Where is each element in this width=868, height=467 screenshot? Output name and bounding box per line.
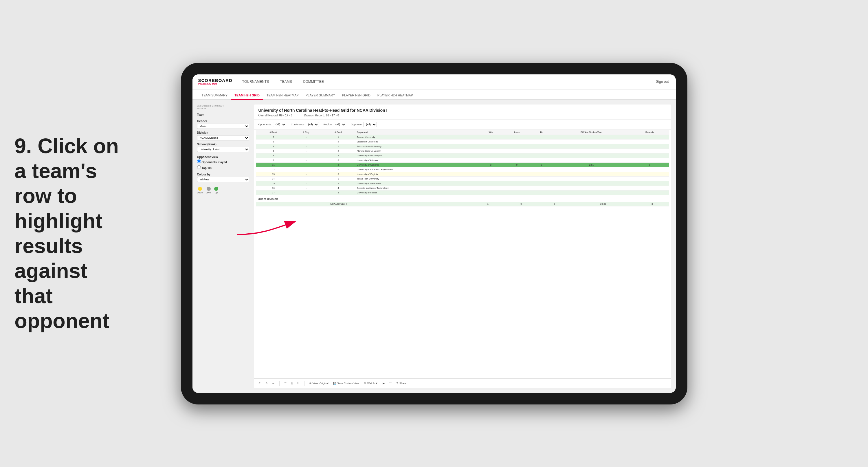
bottom-toolbar: ↶ ↷ ↩ ☰ ⎘ ↻ 👁 View: Original 💾 Save Cust… bbox=[254, 378, 671, 388]
filter-btn[interactable]: ☰ bbox=[283, 381, 288, 385]
refresh-btn[interactable]: ↻ bbox=[296, 381, 301, 385]
table-cell: 1 bbox=[321, 135, 355, 139]
table-cell: 3 bbox=[256, 139, 291, 144]
table-row[interactable]: 14-1Texas Tech University bbox=[256, 176, 669, 181]
layout-btn[interactable]: ☷ bbox=[388, 381, 393, 385]
table-cell bbox=[503, 144, 531, 148]
colour-by-select[interactable]: Win/loss bbox=[197, 177, 249, 182]
table-cell bbox=[552, 190, 631, 195]
ood-reg bbox=[280, 202, 305, 206]
region-select[interactable]: (All) bbox=[333, 122, 346, 127]
tab-team-h2h-grid[interactable]: TEAM H2H GRID bbox=[231, 91, 263, 100]
table-row[interactable]: 6-2Florida State University bbox=[256, 148, 669, 153]
radio-opponents-played-input[interactable] bbox=[197, 159, 201, 163]
table-cell bbox=[531, 167, 552, 172]
ood-rounds: 3 bbox=[636, 202, 669, 206]
col-loss: Loss bbox=[503, 130, 531, 135]
table-row[interactable]: 2-1Auburn University bbox=[256, 135, 669, 139]
table-cell: University of Oklahoma bbox=[355, 181, 479, 185]
table-row[interactable]: 4-1Arizona State University bbox=[256, 144, 669, 148]
table-cell: - bbox=[291, 172, 321, 176]
table-cell: - bbox=[291, 153, 321, 158]
table-cell: - bbox=[291, 139, 321, 144]
sidebar-colour-by: Colour by Win/loss bbox=[197, 173, 249, 182]
sign-out-link[interactable]: Sign out bbox=[655, 80, 670, 84]
grid-records: Overall Record: 89 - 17 - 0 Division Rec… bbox=[258, 114, 666, 117]
col-opponent: Opponent bbox=[355, 130, 479, 135]
radio-top100-input[interactable] bbox=[197, 165, 201, 169]
nav-committee[interactable]: COMMITTEE bbox=[302, 80, 325, 84]
table-cell: 16 bbox=[256, 185, 291, 190]
radio-top100[interactable]: Top 100 bbox=[197, 165, 249, 170]
opponents-select[interactable]: (All) bbox=[273, 122, 286, 127]
table-cell bbox=[503, 139, 531, 144]
gender-select[interactable]: Men's bbox=[197, 124, 249, 129]
share-btn[interactable]: ⇈ Share bbox=[395, 381, 407, 385]
present-btn[interactable]: ▶ bbox=[381, 381, 386, 385]
h2h-table: # Rank # Reg # Conf Opponent Win Loss Ti… bbox=[256, 130, 669, 195]
table-row[interactable]: 9-3University of Arizona bbox=[256, 158, 669, 163]
table-row[interactable]: 3-2Vanderbilt University bbox=[256, 139, 669, 144]
tab-player-h2h-heatmap[interactable]: PLAYER H2H HEATMAP bbox=[374, 91, 416, 100]
table-cell bbox=[631, 190, 669, 195]
ood-conf bbox=[305, 202, 329, 206]
table-cell bbox=[479, 148, 503, 153]
table-row[interactable]: 12-6University of Arkansas, Fayetteville bbox=[256, 167, 669, 172]
logo-scoreboard: SCOREBOARD bbox=[198, 78, 232, 83]
table-cell: 12 bbox=[256, 167, 291, 172]
ood-rank bbox=[256, 202, 280, 206]
view-original-btn[interactable]: 👁 View: Original bbox=[308, 381, 330, 385]
division-label: Division bbox=[197, 131, 249, 134]
nav-tournaments[interactable]: TOURNAMENTS bbox=[241, 80, 270, 84]
table-row[interactable]: 8-2University of Washington bbox=[256, 153, 669, 158]
save-custom-view-btn[interactable]: 💾 Save Custom View bbox=[332, 381, 360, 385]
view-label: View: Original bbox=[313, 382, 329, 385]
table-cell bbox=[503, 181, 531, 185]
col-rank: # Rank bbox=[256, 130, 291, 135]
sidebar-team-section: Team bbox=[197, 113, 249, 117]
table-cell: - bbox=[291, 158, 321, 163]
table-cell bbox=[531, 185, 552, 190]
save-label: Save Custom View bbox=[337, 382, 359, 385]
table-cell bbox=[552, 176, 631, 181]
table-cell bbox=[503, 185, 531, 190]
nav-teams[interactable]: TEAMS bbox=[279, 80, 293, 84]
division-select[interactable]: NCAA Division I bbox=[197, 135, 249, 140]
logo-powered: Powered by clipp bbox=[198, 83, 232, 85]
table-row[interactable]: 17-3University of Florida bbox=[256, 190, 669, 195]
table-cell: 5 bbox=[321, 163, 355, 167]
table-cell bbox=[479, 185, 503, 190]
table-row[interactable]: 13-3University of Virginia bbox=[256, 172, 669, 176]
redo-btn[interactable]: ↷ bbox=[264, 381, 269, 385]
conference-select[interactable]: (All) bbox=[306, 122, 319, 127]
table-cell bbox=[531, 176, 552, 181]
copy-btn[interactable]: ⎘ bbox=[290, 381, 294, 385]
table-row[interactable]: 16-4Georgia Institute of Technology bbox=[256, 185, 669, 190]
radio-opponents-played[interactable]: Opponents Played bbox=[197, 159, 249, 164]
table-cell bbox=[552, 135, 631, 139]
table-cell: 6 bbox=[256, 148, 291, 153]
table-cell bbox=[531, 190, 552, 195]
tab-team-summary[interactable]: TEAM SUMMARY bbox=[198, 91, 231, 100]
watch-btn[interactable]: 👁 Watch ▼ bbox=[363, 381, 379, 385]
grid-title: University of North Carolina Head-to-Hea… bbox=[258, 108, 666, 113]
school-select[interactable]: University of Nort... bbox=[197, 147, 249, 152]
table-cell bbox=[503, 176, 531, 181]
table-cell bbox=[479, 190, 503, 195]
opponent-select[interactable]: (All) bbox=[364, 122, 377, 127]
table-row[interactable]: 11-5University of Alabama3002.618 bbox=[256, 163, 669, 167]
table-cell: 13 bbox=[256, 172, 291, 176]
ood-win: 1 bbox=[471, 202, 504, 206]
col-tie: Tie bbox=[531, 130, 552, 135]
tab-player-summary[interactable]: PLAYER SUMMARY bbox=[302, 91, 339, 100]
table-row[interactable]: 15-2University of Oklahoma bbox=[256, 181, 669, 185]
tab-player-h2h-grid[interactable]: PLAYER H2H GRID bbox=[339, 91, 374, 100]
table-cell bbox=[531, 181, 552, 185]
out-of-division-row[interactable]: NCAA Division II 1 0 0 26.00 3 bbox=[256, 202, 669, 206]
undo-btn[interactable]: ↶ bbox=[257, 381, 262, 385]
conference-label: Conference bbox=[291, 123, 305, 126]
table-cell bbox=[531, 148, 552, 153]
table-cell bbox=[503, 158, 531, 163]
back-btn[interactable]: ↩ bbox=[271, 381, 276, 385]
tab-team-h2h-heatmap[interactable]: TEAM H2H HEATMAP bbox=[263, 91, 302, 100]
